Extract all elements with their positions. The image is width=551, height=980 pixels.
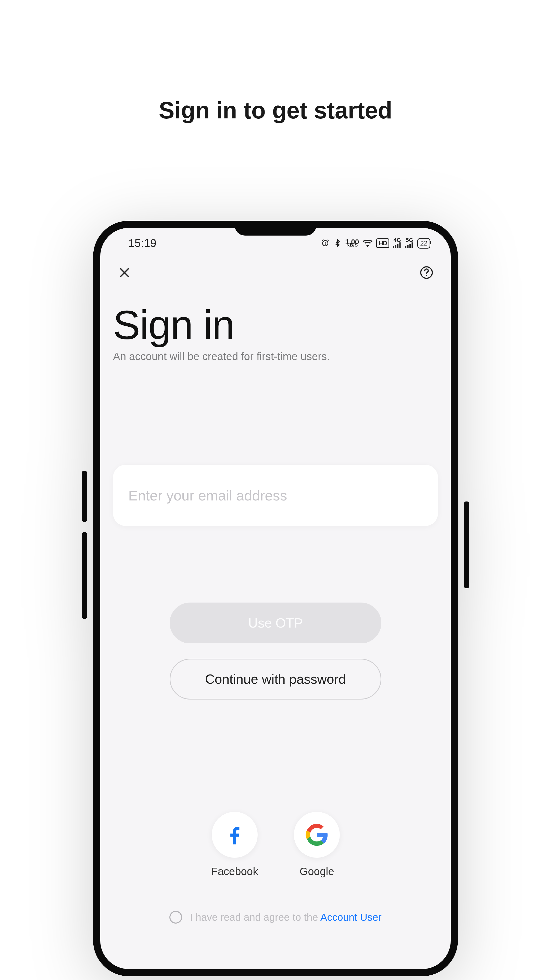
email-input[interactable]: [113, 465, 438, 526]
alarm-icon: [321, 239, 330, 248]
hd-badge: HD: [376, 239, 389, 248]
form-area: Use OTP Continue with password Facebook: [100, 363, 451, 924]
svg-rect-0: [393, 246, 394, 248]
svg-rect-4: [405, 246, 407, 248]
social-login-row: Facebook Google: [211, 812, 340, 878]
facebook-icon: [212, 812, 258, 858]
svg-rect-6: [410, 243, 411, 248]
signal-5g-label: 5G: [406, 239, 413, 242]
wifi-icon: [362, 239, 373, 247]
power-button: [464, 501, 469, 588]
phone-mockup: 15:19 1.00 KB/S HD 4G: [93, 221, 458, 976]
svg-point-11: [426, 275, 427, 277]
svg-rect-2: [397, 243, 399, 248]
close-icon: [118, 266, 131, 279]
status-icons: 1.00 KB/S HD 4G 5G 22: [321, 238, 430, 248]
svg-rect-5: [407, 245, 409, 248]
svg-rect-1: [395, 245, 396, 248]
agreement-text: I have read and agree to the Account Use…: [190, 912, 382, 923]
page-heading: Sign in to get started: [159, 97, 392, 124]
agreement-link[interactable]: Account User: [321, 912, 382, 923]
data-rate-unit: KB/S: [346, 244, 358, 247]
google-login-button[interactable]: Google: [294, 812, 340, 878]
facebook-login-button[interactable]: Facebook: [211, 812, 258, 878]
signal-5g-icon: 5G: [405, 239, 414, 248]
battery-indicator: 22: [417, 238, 430, 248]
app-top-bar: [100, 259, 451, 282]
signal-4g-icon: 4G: [393, 239, 402, 248]
volume-up-button: [82, 471, 87, 522]
button-stack: Use OTP Continue with password: [113, 603, 438, 700]
close-button[interactable]: [116, 264, 133, 282]
svg-rect-3: [400, 242, 401, 248]
screen-subtitle: An account will be created for first-tim…: [113, 350, 438, 363]
use-otp-button[interactable]: Use OTP: [170, 603, 381, 643]
agreement-row: I have read and agree to the Account Use…: [157, 911, 394, 924]
bluetooth-icon: [333, 239, 341, 248]
facebook-label: Facebook: [211, 865, 258, 878]
status-time: 15:19: [128, 237, 156, 250]
agreement-checkbox[interactable]: [169, 911, 182, 924]
google-icon: [294, 812, 340, 858]
google-label: Google: [300, 865, 334, 878]
screen-title: Sign in: [113, 304, 438, 345]
continue-with-password-button[interactable]: Continue with password: [170, 659, 381, 700]
signal-4g-label: 4G: [393, 239, 401, 242]
volume-down-button: [82, 532, 87, 619]
help-button[interactable]: [418, 264, 435, 282]
title-block: Sign in An account will be created for f…: [100, 282, 451, 363]
phone-notch: [235, 225, 316, 235]
svg-rect-7: [412, 242, 413, 248]
data-rate-indicator: 1.00 KB/S: [345, 240, 359, 246]
help-icon: [420, 266, 433, 280]
agreement-prefix: I have read and agree to the: [190, 912, 321, 923]
phone-screen: 15:19 1.00 KB/S HD 4G: [93, 221, 458, 976]
